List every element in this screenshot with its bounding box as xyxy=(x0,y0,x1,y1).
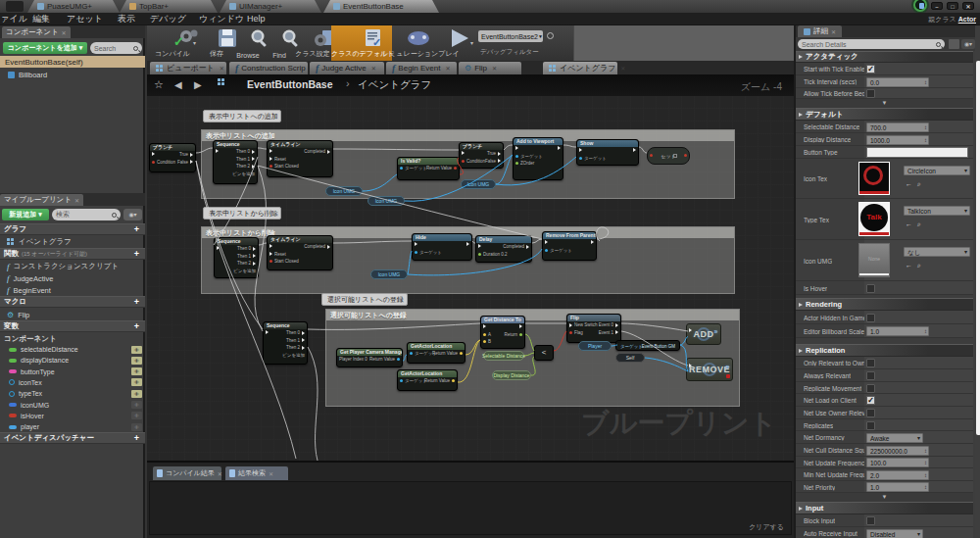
details-section-Replication[interactable]: Replication xyxy=(796,344,973,357)
property-checkbox[interactable] xyxy=(866,371,875,380)
property-checkbox[interactable] xyxy=(866,516,875,525)
asset-tab-PuaseUMG+[interactable]: PuaseUMG+ xyxy=(27,0,120,13)
bottom-tab-close-icon[interactable]: ✕ xyxy=(269,470,273,477)
bottom-tab-close-icon[interactable]: ✕ xyxy=(218,470,222,477)
variable-iconTex[interactable]: iconTex👁 xyxy=(0,377,145,388)
add-icon[interactable]: + xyxy=(134,224,139,234)
browse-asset-icon[interactable]: ⌕ xyxy=(917,262,921,269)
doc-tab-Flip[interactable]: ⚙Flip✕ xyxy=(459,62,521,74)
property-checkbox[interactable] xyxy=(866,284,875,293)
menu-ファイル[interactable]: ファイル xyxy=(0,13,27,25)
variable-buttonType[interactable]: buttonType👁 xyxy=(0,367,145,377)
tab-components[interactable]: コンポーネント✕ xyxy=(2,26,71,38)
doc-tab-ビューポート[interactable]: ビューポート✕ xyxy=(150,62,226,74)
eye-icon[interactable]: 👁 xyxy=(131,423,142,431)
asset-thumbnail[interactable]: None xyxy=(858,243,890,277)
toolbar-simulation-button[interactable]: シミュレーション xyxy=(382,25,429,61)
section-header-グラフ[interactable]: グラフ+ xyxy=(0,223,145,235)
eye-icon[interactable]: 👁 xyxy=(131,412,142,419)
add-icon[interactable]: + xyxy=(134,297,139,307)
menu-Help[interactable]: Help xyxy=(247,13,266,25)
use-selected-icon[interactable]: ← xyxy=(906,180,912,187)
property-number-field[interactable]: 1.0↕ xyxy=(866,326,929,336)
nav-forward-icon[interactable]: ▶ xyxy=(194,79,202,90)
add-icon[interactable]: + xyxy=(134,249,139,259)
asset-combo[interactable]: TalkIcon xyxy=(904,206,970,216)
add-new-button[interactable]: 新規追加 ▾ xyxy=(2,209,49,220)
favorite-star-icon[interactable]: ☆ xyxy=(154,78,164,91)
list-item-Flip[interactable]: ⚙Flip xyxy=(0,309,145,320)
menu-デバッグ[interactable]: デバッグ xyxy=(150,13,186,25)
spinner-icon[interactable]: ↕ xyxy=(924,447,927,456)
details-section-アクタティック[interactable]: アクタティック xyxy=(796,51,973,63)
property-number-field[interactable]: 1.0↕ xyxy=(866,482,929,492)
spinner-icon[interactable]: ↕ xyxy=(924,483,927,492)
section-header-イベントディスパッチャー[interactable]: イベントディスパッチャー+ xyxy=(0,432,145,444)
list-item-コンストラクションスクリプト[interactable]: fコンストラクションスクリプト xyxy=(0,261,145,272)
eye-icon[interactable]: 👁 xyxy=(131,357,142,365)
list-item-BeginEvent[interactable]: fBeginEvent xyxy=(0,284,145,296)
property-checkbox[interactable]: ✓ xyxy=(866,65,875,73)
spinner-icon[interactable]: ↕ xyxy=(924,459,927,467)
add-component-button[interactable]: コンポーネントを追加 ▾ xyxy=(3,42,87,54)
doc-tab-Construction Scrip[interactable]: fConstruction Scrip✕ xyxy=(229,62,308,74)
breadcrumb-current[interactable]: イベントグラフ xyxy=(358,78,431,92)
variable-iconUMG[interactable]: iconUMG👁 xyxy=(0,400,145,411)
property-text-field[interactable] xyxy=(866,147,968,158)
tab-myblueprint[interactable]: マイブループリント✕ xyxy=(0,194,83,206)
eye-icon[interactable]: 👁 xyxy=(131,378,142,386)
variable-player[interactable]: player👁 xyxy=(0,421,145,432)
toolbar-play-button[interactable]: プレイ xyxy=(433,25,465,61)
parent-class-link[interactable]: Actor xyxy=(958,16,976,23)
spinner-icon[interactable]: ↕ xyxy=(924,136,927,145)
maximize-button[interactable]: □ xyxy=(947,2,958,10)
section-header-マクロ[interactable]: マクロ+ xyxy=(0,296,145,308)
menu-アセット[interactable]: アセット xyxy=(67,13,103,25)
property-checkbox[interactable]: ✓ xyxy=(866,396,875,405)
clear-link[interactable]: クリアする xyxy=(749,522,784,532)
breadcrumb-root[interactable]: EventButtonBase xyxy=(247,78,333,90)
add-icon[interactable]: + xyxy=(134,433,139,443)
eye-icon[interactable]: 👁 xyxy=(131,401,142,409)
property-number-field[interactable]: 100.0↕ xyxy=(866,458,929,467)
bottom-tab-結果検索[interactable]: 結果検索✕ xyxy=(225,466,288,480)
debug-search-icon[interactable] xyxy=(547,32,554,39)
compile-options-caret-icon[interactable]: ▾ xyxy=(193,39,196,46)
component-item-selected[interactable]: EventButtonBase(self) xyxy=(0,56,145,68)
spinner-icon[interactable]: ↕ xyxy=(924,471,927,480)
debug-object-combo[interactable]: EventButtonBase2▼ xyxy=(478,30,543,42)
doc-tab-Judge Active[interactable]: fJudge Active✕ xyxy=(310,62,384,74)
doc-tab-close-icon[interactable]: ✕ xyxy=(492,65,497,72)
list-item-イベントグラフ[interactable]: イベントグラフ xyxy=(0,236,145,248)
play-options-caret-icon[interactable]: ▾ xyxy=(470,39,473,46)
toolbar-compile-button[interactable]: ✓コンパイル xyxy=(152,25,193,61)
property-checkbox[interactable] xyxy=(866,421,875,430)
details-tab-close-icon[interactable]: ✕ xyxy=(831,28,836,35)
property-number-field[interactable]: 1000.0↕ xyxy=(866,135,929,145)
eye-icon[interactable]: 👁 xyxy=(131,367,142,375)
myblueprint-tab-close-icon[interactable]: ✕ xyxy=(74,197,79,204)
asset-thumbnail[interactable]: Talk xyxy=(858,202,890,236)
doc-tab-close-icon[interactable]: ✕ xyxy=(445,65,450,72)
property-checkbox[interactable] xyxy=(866,384,875,393)
tab-details[interactable]: 詳細✕ xyxy=(798,25,842,37)
property-number-field[interactable]: 2.0↕ xyxy=(866,470,929,480)
close-button[interactable]: ✕ xyxy=(962,2,974,10)
event-graph-canvas[interactable]: ブループリント 表示中リストへの追加表示中リストから削除選択可能リストへの登録表… xyxy=(147,74,794,461)
toolbar-browse-button[interactable]: Browse xyxy=(233,25,263,61)
property-checkbox[interactable] xyxy=(866,89,875,98)
section-header-関数[interactable]: 関数(15 オーバーライド可能)+ xyxy=(0,248,145,260)
asset-combo[interactable]: なし xyxy=(904,247,970,257)
view-options-icon[interactable]: ◉▾ xyxy=(123,209,142,220)
details-section-Rendering[interactable]: Rendering xyxy=(796,298,973,311)
asset-tab-TopBar+[interactable]: TopBar+ xyxy=(120,0,218,13)
property-number-field[interactable]: 225000000.0↕ xyxy=(866,446,929,456)
doc-tab-イベントグラフ[interactable]: イベントグラフ✕ xyxy=(543,62,617,74)
property-checkbox[interactable] xyxy=(866,409,875,417)
variable-displayDistance[interactable]: displayDistance👁 xyxy=(0,355,145,366)
toolbar-find-button[interactable]: Find xyxy=(265,25,294,61)
details-section-デフォルト[interactable]: デフォルト xyxy=(796,108,973,121)
menu-表示[interactable]: 表示 xyxy=(118,13,135,25)
doc-tab-close-icon[interactable]: ✕ xyxy=(620,65,625,72)
section-expand-chevron-icon[interactable]: ▼ xyxy=(796,493,973,502)
